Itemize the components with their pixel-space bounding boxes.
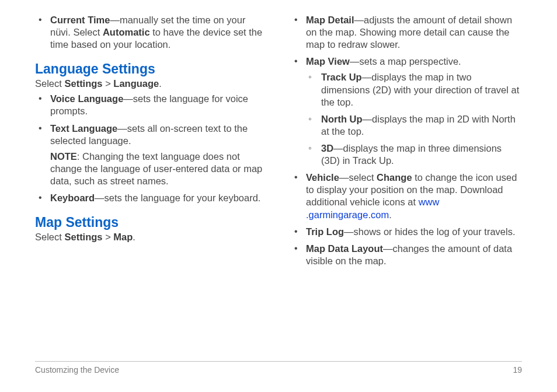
- page-footer: Customzing the Device 19: [35, 361, 522, 374]
- crumb-end-map: .: [133, 232, 135, 242]
- note-lead: NOTE: [50, 151, 77, 162]
- item-vehicle: Vehicle—select Change to change the icon…: [291, 172, 522, 220]
- heading-map-settings: Map Settings: [35, 215, 266, 230]
- item-map-detail: Map Detail—adjusts the amount of detail …: [291, 14, 522, 51]
- crumb-end: .: [159, 78, 162, 89]
- desc-map-view: —sets a map perspective.: [350, 56, 461, 66]
- item-keyboard: Keyboard—sets the language for your keyb…: [35, 192, 266, 204]
- crumb-language: Language: [113, 78, 159, 89]
- left-column: Current Time—manually set the time on yo…: [35, 13, 266, 340]
- label-map-view: Map View: [306, 56, 350, 66]
- item-map-data-layout: Map Data Layout—changes the amount of da…: [291, 243, 522, 267]
- crumb-sep: >: [103, 78, 114, 89]
- bold-change: Change: [377, 172, 412, 183]
- footer-page-number: 19: [513, 365, 522, 374]
- desc-trip-log: —shows or hides the log of your travels.: [344, 226, 515, 237]
- crumb-sep-map: >: [103, 232, 114, 242]
- crumb-settings-map: Settings: [64, 232, 102, 242]
- bold-automatic: Automatic: [103, 27, 150, 37]
- right-column: Map Detail—adjusts the amount of detail …: [291, 13, 522, 340]
- label-trip-log: Trip Log: [306, 226, 344, 237]
- language-bullet-list: Voice Language—sets the language for voi…: [35, 93, 266, 146]
- label-text-language: Text Language: [50, 123, 117, 134]
- link-garmin-b[interactable]: .garmingarage.com: [306, 209, 389, 220]
- label-vehicle: Vehicle: [306, 172, 339, 183]
- keyboard-bullet-list: Keyboard—sets the language for your keyb…: [35, 192, 266, 204]
- label-map-data-layout: Map Data Layout: [306, 243, 383, 254]
- item-text-language: Text Language—sets all on-screen text to…: [35, 123, 266, 147]
- label-current-time: Current Time: [50, 15, 110, 25]
- two-column-layout: Current Time—manually set the time on yo…: [35, 13, 522, 340]
- subitem-track-up: Track Up—displays the map in two dimensi…: [306, 71, 522, 108]
- item-current-time: Current Time—manually set the time on yo…: [35, 14, 266, 51]
- desc-3d: —displays the map in three dimensions (3…: [321, 143, 502, 166]
- label-keyboard: Keyboard: [50, 192, 95, 203]
- breadcrumb-map: Select Settings > Map.: [35, 232, 266, 243]
- map-view-sublist: Track Up—displays the map in two dimensi…: [306, 71, 522, 167]
- note-text-language: NOTE: Changing the text language does no…: [35, 150, 266, 187]
- subitem-north-up: North Up—displays the map in 2D with Nor…: [306, 113, 522, 138]
- label-voice-language: Voice Language: [50, 93, 123, 104]
- label-track-up: Track Up: [321, 72, 362, 82]
- desc-vehicle-end: .: [389, 209, 392, 220]
- label-3d: 3D: [321, 143, 333, 153]
- map-bullet-list: Map Detail—adjusts the amount of detail …: [291, 14, 522, 267]
- link-garmin-a[interactable]: www: [419, 197, 440, 207]
- item-map-view: Map View—sets a map perspective. Track U…: [291, 55, 522, 167]
- footer-section: Customzing the Device: [35, 365, 119, 374]
- crumb-settings: Settings: [64, 78, 102, 89]
- desc-keyboard: —sets the language for your keyboard.: [95, 192, 260, 203]
- desc-vehicle-a: —select: [339, 172, 377, 183]
- item-trip-log: Trip Log—shows or hides the log of your …: [291, 226, 522, 238]
- crumb-select: Select: [35, 78, 64, 89]
- label-map-detail: Map Detail: [306, 15, 354, 25]
- subitem-3d: 3D—displays the map in three dimensions …: [306, 142, 522, 167]
- item-voice-language: Voice Language—sets the language for voi…: [35, 93, 266, 117]
- crumb-select-map: Select: [35, 232, 64, 242]
- top-bullet-list: Current Time—manually set the time on yo…: [35, 14, 266, 51]
- page: Current Time—manually set the time on yo…: [0, 0, 557, 392]
- breadcrumb-language: Select Settings > Language.: [35, 78, 266, 89]
- heading-language-settings: Language Settings: [35, 61, 266, 77]
- crumb-map: Map: [113, 232, 133, 242]
- note-body: : Changing the text language does not ch…: [50, 151, 262, 186]
- label-north-up: North Up: [321, 114, 363, 124]
